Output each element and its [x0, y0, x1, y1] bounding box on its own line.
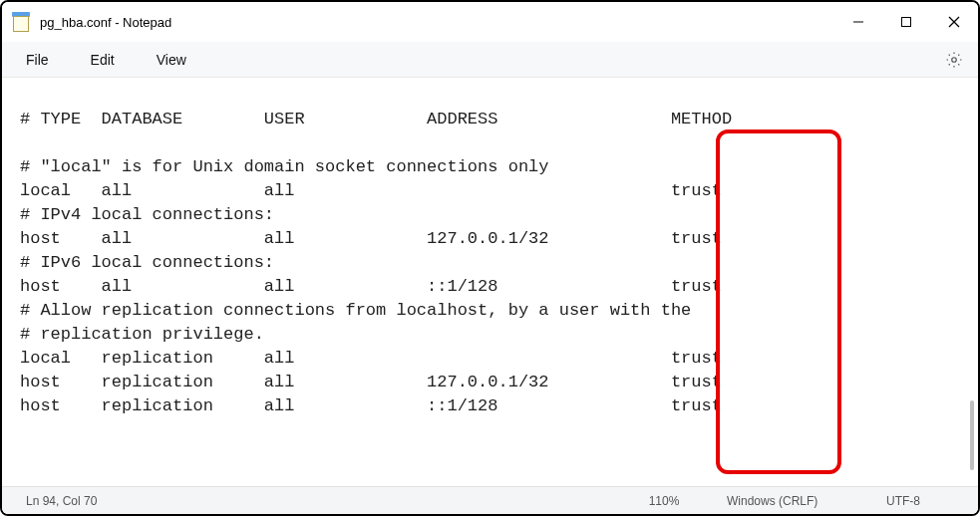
status-encoding: UTF-8 [868, 494, 978, 508]
window-title: pg_hba.conf - Notepad [40, 15, 171, 30]
status-zoom[interactable]: 110% [619, 494, 709, 508]
svg-point-4 [952, 57, 957, 62]
close-button[interactable] [930, 2, 978, 42]
status-line-ending: Windows (CRLF) [709, 494, 868, 508]
svg-rect-1 [902, 18, 911, 27]
menu-view[interactable]: View [147, 48, 196, 72]
gear-icon[interactable] [944, 50, 964, 70]
text-editor[interactable]: # TYPE DATABASE USER ADDRESS METHOD # "l… [2, 78, 978, 486]
title-bar: pg_hba.conf - Notepad [2, 2, 978, 42]
status-bar: Ln 94, Col 70 110% Windows (CRLF) UTF-8 [2, 486, 978, 514]
minimize-button[interactable] [834, 2, 882, 42]
maximize-button[interactable] [882, 2, 930, 42]
status-cursor-position: Ln 94, Col 70 [8, 494, 115, 508]
menu-edit[interactable]: Edit [81, 48, 125, 72]
window-controls [834, 2, 978, 42]
notepad-icon [12, 12, 30, 32]
vertical-scrollbar[interactable] [970, 400, 974, 470]
menu-bar: File Edit View [2, 42, 978, 78]
menu-file[interactable]: File [16, 48, 59, 72]
